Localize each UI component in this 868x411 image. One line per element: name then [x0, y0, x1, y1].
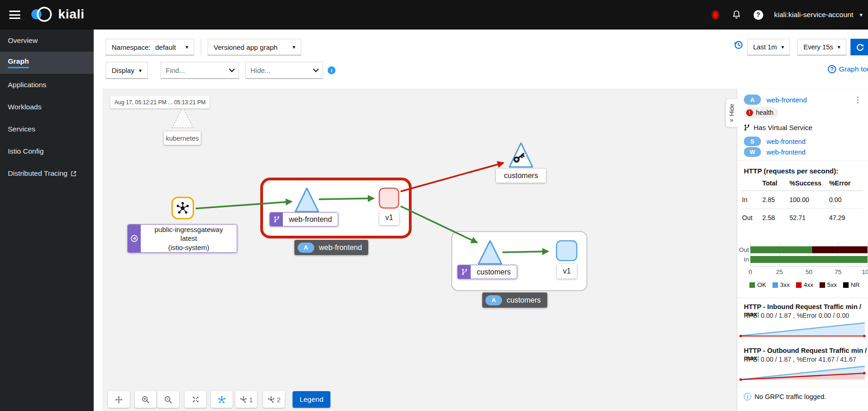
- masthead: kiali ? kiali:kiali-service-account ▾: [0, 0, 868, 30]
- panel-title-link[interactable]: web-frontend: [766, 96, 807, 104]
- sidebar-item-applications[interactable]: Applications: [0, 74, 94, 96]
- notifications-bell-icon[interactable]: [731, 9, 742, 20]
- in-traffic-bar: [750, 256, 868, 263]
- label-web-frontend-v1[interactable]: v1: [379, 210, 399, 225]
- double-chevron-right-icon: »: [730, 118, 734, 122]
- zoom-out-icon: [164, 395, 173, 404]
- chevron-down-icon: ▾: [293, 44, 295, 50]
- find-chevron-down-icon[interactable]: [229, 68, 235, 72]
- graph-canvas[interactable]: Aug 17, 05:12:21 PM ... 05:13:21 PM kube…: [102, 89, 737, 411]
- label-kubernetes[interactable]: kubernetes: [164, 131, 201, 145]
- workload-link-row: W web-frontend: [744, 147, 806, 157]
- legend-label: OK: [757, 281, 766, 288]
- app-chip-label: web-frontend: [319, 244, 362, 252]
- out-5xx-segment: [812, 246, 868, 253]
- workload-link[interactable]: web-frontend: [766, 149, 806, 156]
- brand-name: kiali: [58, 7, 84, 22]
- refresh-interval-select[interactable]: Every 15s ▾: [797, 39, 846, 55]
- in-ok-segment: [750, 256, 868, 263]
- sidebar-item-istio-config[interactable]: Istio Config: [0, 140, 94, 162]
- refresh-button[interactable]: [850, 39, 868, 55]
- label-customers[interactable]: customers: [457, 265, 517, 279]
- node-kubernetes-service[interactable]: [172, 107, 193, 128]
- customers-label-text: customers: [471, 265, 517, 279]
- gateway-name: public-ingressgateway: [144, 225, 234, 234]
- zoom-in-button[interactable]: [135, 391, 156, 408]
- grpc-note: No GRPC traffic logged.: [754, 393, 826, 400]
- legend-swatch: [843, 282, 849, 288]
- web-frontend-label-text: web-frontend: [283, 213, 338, 226]
- masthead-right: ? kiali:kiali-service-account ▾: [712, 0, 862, 30]
- sidebar-item-overview[interactable]: Overview: [0, 30, 94, 52]
- workload-badge: W: [744, 147, 761, 157]
- outbound-traffic-stats: RPS: 0.00 / 1.87 , %Error 41.67 / 41.67: [744, 356, 856, 363]
- edge-v1-to-customers-entry[interactable]: [401, 163, 503, 191]
- health-badge[interactable]: ! health: [744, 107, 778, 118]
- duration-select[interactable]: Last 1m ▾: [747, 39, 790, 55]
- pan-mode-button[interactable]: [108, 391, 130, 408]
- label-public-ingressgateway[interactable]: public-ingressgateway latest (istio-syst…: [127, 224, 237, 253]
- col-total: Total: [762, 177, 790, 191]
- sidebar-item-graph[interactable]: Graph: [0, 52, 94, 74]
- edge-customers-to-v1[interactable]: [503, 251, 548, 252]
- app-chip-customers[interactable]: A customers: [482, 292, 547, 308]
- col-success: %Success: [790, 177, 829, 191]
- legend-swatch: [820, 282, 825, 288]
- side-panel-collapse-tab[interactable]: Hide »: [725, 99, 737, 127]
- hamburger-menu-icon[interactable]: [9, 11, 20, 19]
- service-link[interactable]: web-frontend: [766, 138, 806, 145]
- sidebar-item-workloads[interactable]: Workloads: [0, 96, 94, 118]
- label-customers-entry[interactable]: customers: [496, 169, 546, 183]
- label-web-frontend[interactable]: web-frontend: [269, 212, 338, 226]
- layout-1-button[interactable]: 1: [235, 391, 257, 408]
- edge-v1-to-customers[interactable]: [401, 206, 477, 243]
- legend-button[interactable]: Legend: [293, 391, 330, 408]
- display-dropdown[interactable]: Display ▾: [106, 62, 148, 79]
- toolbar-divider: [201, 39, 201, 55]
- external-link-icon: [71, 171, 77, 177]
- label-customers-v1[interactable]: v1: [557, 264, 577, 279]
- node-web-frontend-v1[interactable]: [379, 188, 399, 208]
- zoom-out-button[interactable]: [157, 391, 179, 408]
- find-input[interactable]: [166, 66, 229, 74]
- display-label: Display: [112, 66, 134, 74]
- service-link-row: S web-frontend: [744, 137, 806, 146]
- inbound-traffic-stats: RPS: 0.00 / 1.87 , %Error 0.00 / 0.00: [744, 312, 849, 319]
- row-success: 52.71: [790, 209, 829, 227]
- account-menu[interactable]: kiali:kiali-service-account: [774, 11, 853, 19]
- health-error-icon: !: [746, 109, 753, 116]
- time-history-icon[interactable]: [733, 40, 743, 52]
- summary-side-panel: A web-frontend ⋮ ! health Has Virtual Se…: [737, 89, 868, 411]
- mesh-status-icon[interactable]: [712, 10, 719, 20]
- legend-label: 5xx: [827, 281, 837, 288]
- edge-web-frontend-to-v1[interactable]: [319, 198, 374, 199]
- layout-default-button[interactable]: [211, 391, 233, 408]
- app-chip-web-frontend[interactable]: A web-frontend: [294, 240, 368, 255]
- sidebar-item-services[interactable]: Services: [0, 118, 94, 140]
- virtual-service-label: Has Virtual Service: [754, 124, 812, 131]
- hide-tab-label: Hide: [728, 104, 735, 116]
- layout-2-button[interactable]: 2: [263, 391, 285, 408]
- find-hide-info-icon[interactable]: i: [328, 66, 335, 74]
- hide-chevron-down-icon[interactable]: [313, 68, 319, 72]
- account-caret-down-icon[interactable]: ▾: [860, 12, 862, 18]
- fit-to-screen-button[interactable]: [185, 391, 206, 408]
- layout-1-label: 1: [249, 396, 253, 404]
- kebab-menu-icon[interactable]: ⋮: [851, 95, 864, 105]
- row-label: In: [742, 191, 762, 209]
- x-tick: 0: [748, 268, 752, 275]
- out-ok-segment: [750, 246, 812, 253]
- outbound-sparkline-chart: [739, 364, 867, 381]
- namespace-select[interactable]: Namespace: default ▾: [106, 39, 194, 55]
- graph-tour-link[interactable]: ? Graph tour: [828, 65, 868, 73]
- node-customers-v1[interactable]: [557, 241, 577, 261]
- row-error: 0.00: [829, 191, 863, 209]
- hide-input[interactable]: [251, 66, 313, 74]
- app-chip-label: customers: [507, 296, 541, 304]
- service-badge: S: [744, 137, 761, 146]
- sidebar-item-distributed-tracing[interactable]: Distributed Tracing: [0, 162, 94, 185]
- help-icon[interactable]: ?: [754, 10, 763, 20]
- kiali-logo[interactable]: kiali: [29, 5, 84, 24]
- graph-type-select[interactable]: Versioned app graph ▾: [208, 39, 301, 55]
- row-label: Out: [742, 209, 762, 227]
